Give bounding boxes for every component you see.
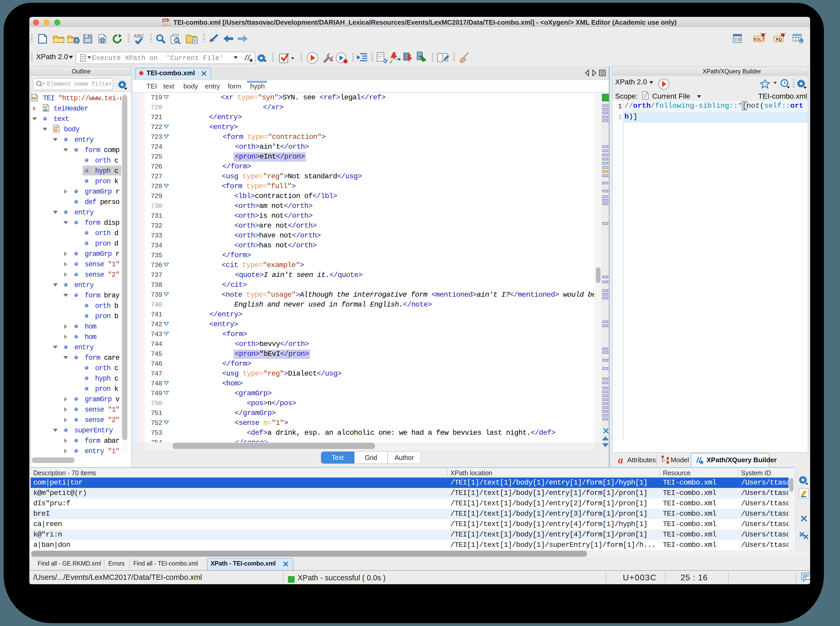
svg-text:TEI: TEI xyxy=(32,97,36,100)
svg-text:ABC: ABC xyxy=(133,33,144,39)
svg-text:XML: XML xyxy=(163,19,168,22)
svg-text:a: a xyxy=(618,455,623,465)
svg-text:*: * xyxy=(209,38,212,44)
svg-text:XSLT: XSLT xyxy=(754,37,765,42)
svg-text:XQ: XQ xyxy=(776,37,782,42)
svg-text:<●>: <●> xyxy=(163,23,169,26)
